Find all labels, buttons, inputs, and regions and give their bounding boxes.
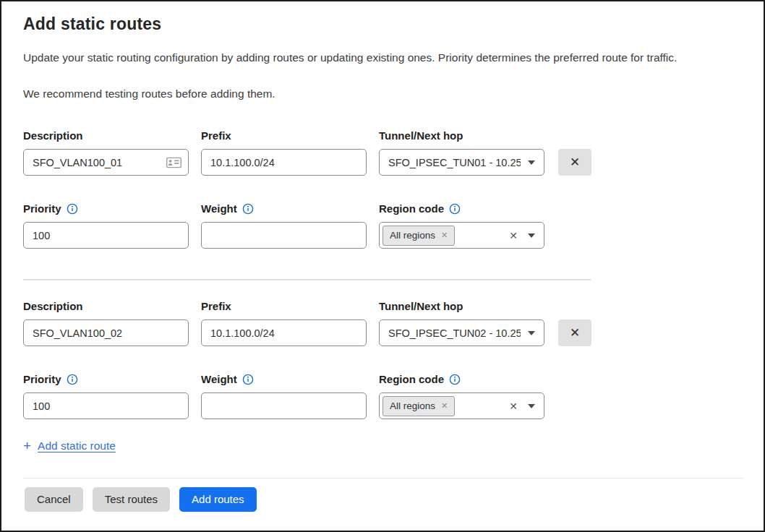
route-2-secondary-row: Priority Weight <box>23 372 743 419</box>
priority-label-text: Priority <box>23 372 61 387</box>
info-icon[interactable] <box>67 374 78 385</box>
description-label-text: Description <box>23 129 83 143</box>
description-label-text: Description <box>23 299 83 314</box>
chevron-down-icon <box>528 404 535 408</box>
info-icon[interactable] <box>449 203 461 215</box>
prefix-label: Prefix <box>201 299 367 314</box>
info-icon[interactable] <box>242 374 254 385</box>
chevron-down-icon <box>528 331 535 335</box>
info-icon[interactable] <box>242 203 254 215</box>
cancel-button[interactable]: Cancel <box>25 487 83 512</box>
route-section-1: Description <box>23 129 743 249</box>
prefix-label-text: Prefix <box>201 299 231 314</box>
region-tag: All regions ✕ <box>382 396 455 416</box>
weight-input[interactable] <box>201 392 367 419</box>
add-static-route-link[interactable]: + Add static route <box>23 439 116 452</box>
prefix-label-text: Prefix <box>201 129 231 143</box>
region-code-label: Region code <box>379 202 544 216</box>
priority-label: Priority <box>23 202 189 216</box>
intro-text: Update your static routing configuration… <box>23 51 743 65</box>
info-icon[interactable] <box>67 203 78 215</box>
test-routes-button[interactable]: Test routes <box>93 487 170 512</box>
section-divider <box>23 279 591 280</box>
region-code-label-text: Region code <box>379 372 444 387</box>
route-section-2: Description Prefix Tunnel/Next hop SFO_I… <box>23 299 743 419</box>
prefix-label: Prefix <box>201 129 367 143</box>
region-code-label-text: Region code <box>379 202 444 216</box>
info-icon[interactable] <box>449 374 461 385</box>
prefix-input[interactable] <box>201 149 367 176</box>
region-tag-label: All regions <box>390 400 435 411</box>
tunnel-label-text: Tunnel/Next hop <box>379 129 463 143</box>
region-select[interactable]: All regions ✕ ✕ <box>379 222 544 249</box>
tunnel-select-value: SFO_IPSEC_TUN02 - 10.25... <box>388 327 521 339</box>
weight-input[interactable] <box>201 222 367 249</box>
priority-label-text: Priority <box>23 202 61 216</box>
chevron-down-icon <box>528 233 535 238</box>
route-1-main-row: Description <box>23 129 743 176</box>
add-static-routes-dialog: Add static routes Update your static rou… <box>0 0 765 532</box>
tunnel-label: Tunnel/Next hop <box>379 299 544 314</box>
clear-selection-icon[interactable]: ✕ <box>509 400 518 412</box>
region-tag: All regions ✕ <box>382 226 455 246</box>
prefix-input[interactable] <box>201 319 367 346</box>
priority-input[interactable] <box>23 222 189 249</box>
description-label: Description <box>23 299 189 314</box>
add-static-route-label: Add static route <box>38 439 116 452</box>
description-input[interactable] <box>23 319 189 346</box>
plus-icon: + <box>23 439 31 452</box>
remove-route-button[interactable]: ✕ <box>558 319 591 346</box>
contact-card-icon <box>166 157 181 168</box>
tunnel-label: Tunnel/Next hop <box>379 129 544 143</box>
chevron-down-icon <box>528 160 535 165</box>
remove-route-button[interactable]: ✕ <box>558 149 591 176</box>
dialog-footer: Cancel Test routes Add routes <box>23 478 743 531</box>
page-title: Add static routes <box>23 13 743 35</box>
tunnel-label-text: Tunnel/Next hop <box>379 299 463 314</box>
route-2-main-row: Description Prefix Tunnel/Next hop SFO_I… <box>23 299 743 346</box>
weight-label-text: Weight <box>201 372 237 387</box>
recommendation-text: We recommend testing routes before addin… <box>23 87 743 101</box>
tunnel-select[interactable]: SFO_IPSEC_TUN01 - 10.25... <box>379 149 544 176</box>
description-input[interactable] <box>23 149 189 176</box>
region-select[interactable]: All regions ✕ ✕ <box>379 392 544 419</box>
weight-label: Weight <box>201 372 367 387</box>
priority-label: Priority <box>23 372 189 387</box>
tunnel-select-value: SFO_IPSEC_TUN01 - 10.25... <box>388 157 521 168</box>
remove-tag-icon[interactable]: ✕ <box>441 231 448 240</box>
add-routes-button[interactable]: Add routes <box>179 487 257 512</box>
region-tag-label: All regions <box>390 230 435 241</box>
region-code-label: Region code <box>379 372 544 387</box>
weight-label-text: Weight <box>201 202 237 216</box>
remove-tag-icon[interactable]: ✕ <box>441 401 448 411</box>
priority-input[interactable] <box>23 392 189 419</box>
tunnel-select[interactable]: SFO_IPSEC_TUN02 - 10.25... <box>379 319 544 346</box>
route-1-secondary-row: Priority Weight <box>23 202 743 249</box>
clear-selection-icon[interactable]: ✕ <box>509 230 518 241</box>
description-label: Description <box>23 129 189 143</box>
weight-label: Weight <box>201 202 367 216</box>
